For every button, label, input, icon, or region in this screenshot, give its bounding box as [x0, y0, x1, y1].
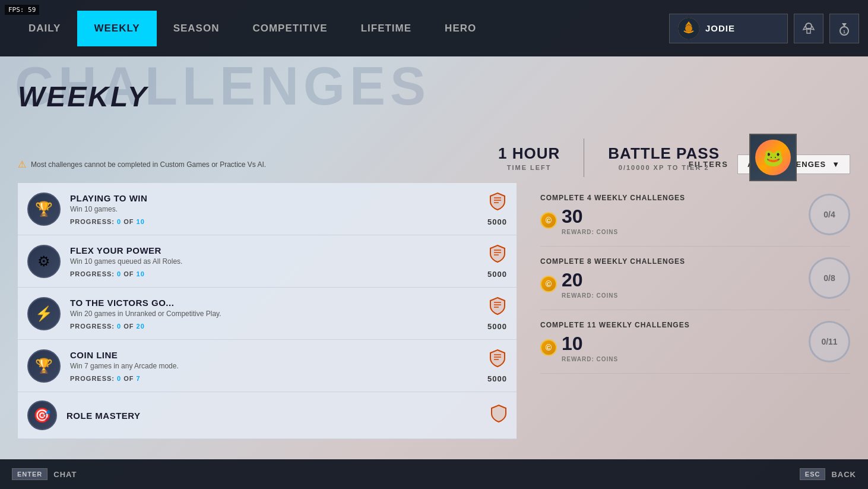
- challenge-item-playing-to-win[interactable]: 🏆 PLAYING TO WIN Win 10 games. PROGRESS:…: [18, 183, 517, 235]
- coin-icon: ©: [540, 339, 557, 356]
- shield-icon: [490, 404, 507, 427]
- challenge-title: PLAYING TO WIN: [70, 193, 478, 203]
- challenge-icon: ⚙: [27, 245, 61, 278]
- milestone-info: COMPLETE 4 WEEKLY CHALLENGES © 30 REWARD…: [540, 194, 799, 235]
- milestone-progress-circle: 0/8: [809, 257, 850, 299]
- page-title-area: CHALLENGES WEEKLY: [18, 68, 850, 113]
- bottom-bar: ENTER CHAT ESC BACK: [0, 459, 868, 489]
- xp-value: 5000: [487, 270, 507, 279]
- warning-icon: ⚠: [18, 159, 26, 170]
- xp-value: 5000: [487, 217, 507, 226]
- challenge-title: TO THE VICTORS GO...: [70, 298, 478, 308]
- tab-competitive[interactable]: COMPETITIVE: [236, 11, 344, 46]
- milestone-progress-circle: 0/4: [809, 194, 850, 235]
- coin-icon: ©: [540, 212, 557, 229]
- time-label: TIME LEFT: [498, 164, 560, 171]
- challenge-item-flex-your-power[interactable]: ⚙ FLEX YOUR POWER Win 10 games queued as…: [18, 235, 517, 288]
- milestone-reward: © 10 REWARD: COINS: [540, 333, 799, 362]
- milestone-title: COMPLETE 11 WEEKLY CHALLENGES: [540, 321, 799, 329]
- content-layout: 🏆 PLAYING TO WIN Win 10 games. PROGRESS:…: [18, 183, 850, 467]
- challenge-title: ROLE MASTERY: [66, 411, 481, 421]
- milestone-reward-label: REWARD: COINS: [562, 229, 618, 235]
- challenge-xp: 5000: [487, 192, 507, 226]
- battle-pass-xp: 0/10000 XP TO TIER 2: [608, 164, 720, 171]
- challenge-desc: Win 10 games.: [70, 205, 478, 213]
- battle-pass-block: BATTLE PASS 0/10000 XP TO TIER 2: [584, 138, 743, 177]
- challenge-title: FLEX YOUR POWER: [70, 245, 478, 255]
- challenge-item-to-the-victors[interactable]: ⚡ TO THE VICTORS GO... Win 20 games in U…: [18, 288, 517, 340]
- challenge-icon: 🏆: [27, 193, 61, 226]
- rewards-button[interactable]: [794, 14, 823, 43]
- milestone-item-8: COMPLETE 8 WEEKLY CHALLENGES © 20 REWARD…: [540, 247, 850, 310]
- xp-value: 5000: [487, 374, 507, 383]
- challenge-info: TO THE VICTORS GO... Win 20 games in Unr…: [70, 298, 478, 330]
- milestone-coins: 10: [562, 333, 618, 355]
- challenge-info: PLAYING TO WIN Win 10 games. PROGRESS: 0…: [70, 193, 478, 225]
- tab-hero[interactable]: HERO: [428, 11, 493, 46]
- time-left-block: 1 HOUR TIME LEFT: [474, 138, 584, 177]
- chat-button[interactable]: ENTER CHAT: [12, 468, 77, 480]
- milestone-reward: © 20 REWARD: COINS: [540, 269, 799, 299]
- challenge-item-coin-line[interactable]: 🏆 COIN LINE Win 7 games in any Arcade mo…: [18, 340, 517, 392]
- top-navigation: DAILY WEEKLY SEASON COMPETITIVE LIFETIME…: [0, 0, 868, 56]
- tab-lifetime[interactable]: LIFETIME: [344, 11, 428, 46]
- milestone-reward-label: REWARD: COINS: [562, 292, 618, 299]
- back-button[interactable]: ESC BACK: [800, 468, 856, 480]
- challenge-icon: 🏆: [27, 349, 61, 383]
- milestone-info: COMPLETE 8 WEEKLY CHALLENGES © 20 REWARD…: [540, 257, 799, 299]
- milestone-title: COMPLETE 4 WEEKLY CHALLENGES: [540, 194, 799, 202]
- tab-daily[interactable]: DAILY: [12, 11, 77, 46]
- tab-weekly[interactable]: WEEKLY: [77, 11, 156, 46]
- coin-icon: ©: [540, 276, 557, 292]
- milestone-item-4: COMPLETE 4 WEEKLY CHALLENGES © 30 REWARD…: [540, 183, 850, 247]
- challenge-xp: [490, 404, 507, 427]
- nav-tabs: DAILY WEEKLY SEASON COMPETITIVE LIFETIME…: [12, 0, 493, 56]
- challenge-icon: ⚡: [27, 297, 61, 330]
- battle-pass-image: 🐸: [755, 140, 791, 175]
- svg-text:1: 1: [843, 29, 846, 34]
- challenge-xp: 5000: [487, 349, 507, 383]
- time-value: 1 HOUR: [498, 144, 560, 163]
- challenge-xp: 5000: [487, 296, 507, 331]
- page-title: WEEKLY: [18, 68, 850, 113]
- challenge-info: ROLE MASTERY: [66, 411, 481, 421]
- challenge-progress: PROGRESS: 0 OF 10: [70, 218, 478, 225]
- battle-pass-thumbnail[interactable]: 🐸: [749, 134, 797, 181]
- challenge-icon: 🎯: [27, 400, 57, 430]
- challenge-title: COIN LINE: [70, 350, 478, 360]
- milestones-panel: COMPLETE 4 WEEKLY CHALLENGES © 30 REWARD…: [528, 183, 850, 467]
- main-content: CHALLENGES WEEKLY 1 HOUR TIME LEFT BATTL…: [0, 56, 868, 459]
- shield-icon: [489, 192, 506, 215]
- medal-button[interactable]: 1: [829, 14, 859, 43]
- challenge-desc: Win 10 games queued as All Roles.: [70, 257, 478, 266]
- challenge-info: FLEX YOUR POWER Win 10 games queued as A…: [70, 245, 478, 277]
- meta-info: 1 HOUR TIME LEFT BATTLE PASS 0/10000 XP …: [474, 134, 797, 181]
- challenge-info: COIN LINE Win 7 games in any Arcade mode…: [70, 350, 478, 382]
- challenge-xp: 5000: [487, 244, 507, 279]
- challenge-progress: PROGRESS: 0 OF 20: [70, 323, 478, 330]
- milestone-coins: 30: [562, 206, 618, 228]
- user-area: JODIE 1: [669, 0, 868, 56]
- milestone-info: COMPLETE 11 WEEKLY CHALLENGES © 10 REWAR…: [540, 321, 799, 362]
- esc-key: ESC: [800, 468, 826, 480]
- challenge-progress: PROGRESS: 0 OF 10: [70, 270, 478, 277]
- chevron-down-icon: ▼: [832, 160, 840, 169]
- milestone-item-11: COMPLETE 11 WEEKLY CHALLENGES © 10 REWAR…: [540, 310, 850, 374]
- shield-icon: [489, 349, 506, 372]
- challenges-list: 🏆 PLAYING TO WIN Win 10 games. PROGRESS:…: [18, 183, 517, 467]
- xp-value: 5000: [487, 322, 507, 331]
- tab-season[interactable]: SEASON: [157, 11, 236, 46]
- user-profile[interactable]: JODIE: [669, 14, 788, 43]
- challenge-item-role-mastery[interactable]: 🎯 ROLE MASTERY: [18, 392, 517, 439]
- warning-text-content: Most challenges cannot be completed in C…: [31, 160, 266, 169]
- fps-counter: FPS: 59: [5, 5, 39, 15]
- shield-icon: [489, 296, 506, 320]
- username: JODIE: [705, 23, 735, 33]
- chat-label: CHAT: [53, 470, 77, 479]
- shield-icon: [489, 244, 506, 267]
- milestone-title: COMPLETE 8 WEEKLY CHALLENGES: [540, 257, 799, 266]
- battle-pass-title: BATTLE PASS: [608, 144, 720, 163]
- enter-key: ENTER: [12, 468, 47, 480]
- svg-point-1: [685, 25, 692, 32]
- milestone-reward: © 30 REWARD: COINS: [540, 206, 799, 235]
